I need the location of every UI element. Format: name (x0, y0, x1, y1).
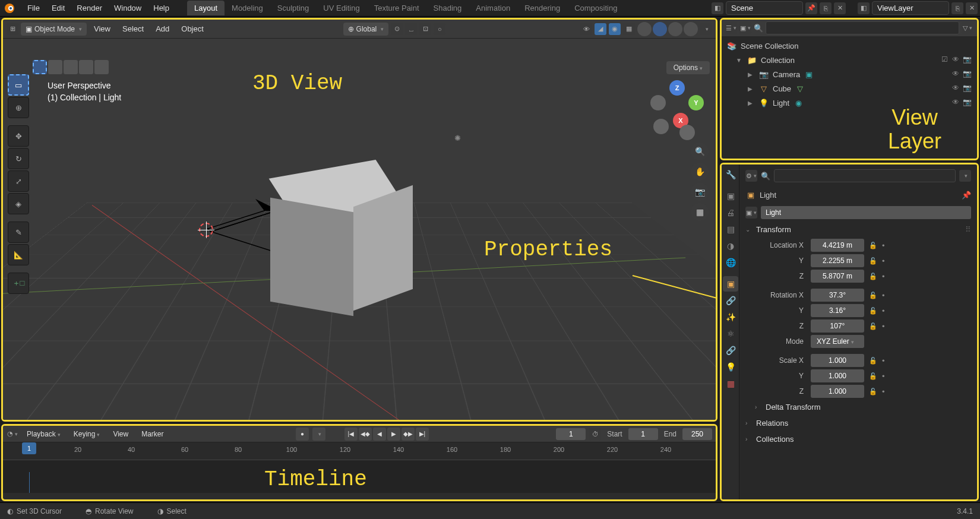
tab-animation[interactable]: Animation (469, 1, 517, 15)
select-mode-intersect[interactable] (94, 60, 109, 74)
viewport-menu-add[interactable]: Add (151, 22, 174, 36)
location-y-field[interactable]: 2.2255 m (811, 254, 864, 267)
keyframe-dot-icon[interactable]: • (882, 306, 885, 315)
rotation-z-field[interactable]: 107° (811, 319, 864, 333)
gizmo-neg-axis[interactable] (679, 125, 695, 140)
viewlayer-name-field[interactable]: ViewLayer (872, 1, 949, 15)
viewlayer-new-icon[interactable]: ⎘ (951, 2, 963, 14)
tab-world-icon[interactable]: 🌐 (723, 255, 738, 270)
gizmo-toggle-icon[interactable]: ◢ (595, 23, 606, 35)
eye-icon[interactable]: 👁 (952, 84, 962, 93)
snap-toggle-icon[interactable]: ⎵ (405, 23, 417, 35)
tab-uv-editing[interactable]: UV Editing (316, 1, 366, 15)
viewport-3d-canvas[interactable]: User Perspective (1) Collection | Light … (3, 39, 716, 420)
timeline-menu-playback[interactable]: Playback (22, 428, 65, 440)
keyframe-prev-icon[interactable]: ◀◆ (359, 428, 372, 441)
outliner-item-cube[interactable]: ▶ ▽ Cube ▽ 👁 📷 (724, 81, 975, 96)
display-mode-icon[interactable]: ▣ (739, 22, 751, 34)
solid-shading-icon[interactable] (653, 22, 667, 36)
autokey-toggle-icon[interactable]: ● (296, 428, 309, 441)
proportional-edit-icon[interactable]: ○ (434, 23, 445, 35)
keyframe-dot-icon[interactable]: • (882, 272, 885, 281)
keyframe-dot-icon[interactable]: • (882, 257, 885, 265)
tab-data-icon[interactable]: 💡 (723, 359, 738, 375)
keyframe-dot-icon[interactable]: • (882, 372, 885, 381)
filter-icon[interactable]: ▽ (962, 22, 973, 34)
select-mode-invert[interactable] (79, 60, 93, 74)
outliner-search-field[interactable] (766, 21, 959, 34)
end-frame-field[interactable] (682, 428, 712, 440)
keyframe-dot-icon[interactable]: • (882, 291, 885, 300)
wireframe-shading-icon[interactable] (637, 22, 652, 36)
zoom-icon[interactable]: 🔍 (691, 143, 709, 160)
menu-file[interactable]: File (21, 1, 46, 15)
viewport-menu-view[interactable]: View (89, 22, 115, 36)
checkbox-icon[interactable]: ☑ (941, 55, 951, 65)
viewlayer-delete-icon[interactable]: ✕ (966, 2, 978, 14)
camera-view-icon[interactable]: 📷 (691, 183, 709, 201)
snap-element-icon[interactable]: ⊡ (419, 23, 431, 35)
pin-icon[interactable]: 📌 (962, 191, 971, 200)
tab-shading[interactable]: Shading (426, 1, 469, 15)
timeline-menu-marker[interactable]: Marker (137, 428, 168, 440)
shading-dropdown-icon[interactable] (700, 23, 712, 35)
lock-icon[interactable]: 🔓 (869, 322, 877, 330)
tab-compositing[interactable]: Compositing (567, 1, 624, 15)
lock-icon[interactable]: 🔓 (869, 307, 877, 315)
tool-scale[interactable]: ⤢ (8, 170, 29, 192)
lock-icon[interactable]: 🔓 (869, 273, 877, 280)
camera-icon[interactable]: 📷 (963, 69, 972, 79)
outliner-scene-collection[interactable]: 📚 Scene Collection (724, 39, 975, 53)
scene-delete-icon[interactable]: ✕ (834, 2, 846, 14)
eye-icon[interactable]: 👁 (952, 55, 962, 65)
outliner-collection[interactable]: ▼ 📁 Collection ☑ 👁 📷 (724, 53, 975, 67)
menu-window[interactable]: Window (108, 1, 147, 15)
disclosure-icon[interactable]: ▶ (748, 100, 755, 106)
scene-pin-icon[interactable]: 📌 (805, 2, 817, 14)
camera-icon[interactable]: 📷 (963, 84, 972, 93)
outliner-item-camera[interactable]: ▶ 📷 Camera ▣ 👁 📷 (724, 67, 975, 81)
location-x-field[interactable]: 4.4219 m (811, 239, 864, 252)
jump-start-icon[interactable]: |◀ (344, 428, 358, 441)
start-frame-field[interactable] (628, 428, 658, 440)
editor-type-timeline-icon[interactable]: ◔ (7, 428, 18, 440)
lock-icon[interactable]: 🔓 (869, 257, 877, 265)
scene-name-field[interactable]: Scene (726, 1, 803, 15)
tab-render-icon[interactable]: ▣ (723, 188, 738, 204)
lock-icon[interactable]: 🔓 (869, 357, 877, 365)
object-data-icon[interactable]: ▣ (745, 207, 757, 219)
preview-range-icon[interactable]: ⏱ (589, 428, 601, 440)
tab-sculpting[interactable]: Sculpting (270, 1, 316, 15)
eye-icon[interactable]: 👁 (952, 98, 962, 107)
tool-measure[interactable]: 📐 (8, 244, 29, 265)
material-shading-icon[interactable] (668, 22, 682, 36)
xray-toggle-icon[interactable]: ▦ (623, 23, 635, 35)
outliner-item-light[interactable]: ▶ 💡 Light ◉ 👁 📷 (724, 96, 975, 110)
keyframe-dot-icon[interactable]: • (882, 322, 885, 331)
select-mode-extend[interactable] (48, 60, 62, 74)
menu-help[interactable]: Help (147, 1, 175, 15)
tab-rendering[interactable]: Rendering (517, 1, 567, 15)
tab-layout[interactable]: Layout (187, 1, 225, 15)
rotation-x-field[interactable]: 37.3° (811, 289, 864, 302)
editor-type-outliner-icon[interactable]: ☰ (725, 22, 737, 34)
tab-tool-icon[interactable]: 🔧 (723, 167, 738, 182)
rendered-shading-icon[interactable] (684, 22, 698, 36)
tool-move[interactable]: ✥ (8, 125, 29, 147)
gizmo-y-axis[interactable]: Y (688, 95, 704, 110)
panel-relations[interactable]: ›Relations (743, 415, 973, 431)
navigation-gizmo[interactable]: Z Y X (650, 80, 704, 134)
gizmo-neg-axis[interactable] (650, 95, 666, 110)
timeline-ruler[interactable]: 1 20 40 60 80 100 120 140 160 180 200 22… (3, 442, 716, 460)
viewport-options-button[interactable]: Options (666, 61, 710, 74)
tab-constraints-icon[interactable]: 🔗 (723, 343, 738, 358)
menu-edit[interactable]: Edit (46, 1, 71, 15)
tab-physics-icon[interactable]: ⚛ (723, 326, 738, 341)
perspective-icon[interactable]: ▦ (691, 203, 709, 221)
gizmo-z-axis[interactable]: Z (669, 80, 685, 96)
eye-icon[interactable]: 👁 (952, 69, 962, 79)
object-cube[interactable] (270, 166, 407, 315)
select-mode-box[interactable] (33, 60, 47, 74)
keyframe-dot-icon[interactable]: • (882, 387, 885, 396)
tab-scene-icon[interactable]: ◑ (723, 238, 738, 254)
